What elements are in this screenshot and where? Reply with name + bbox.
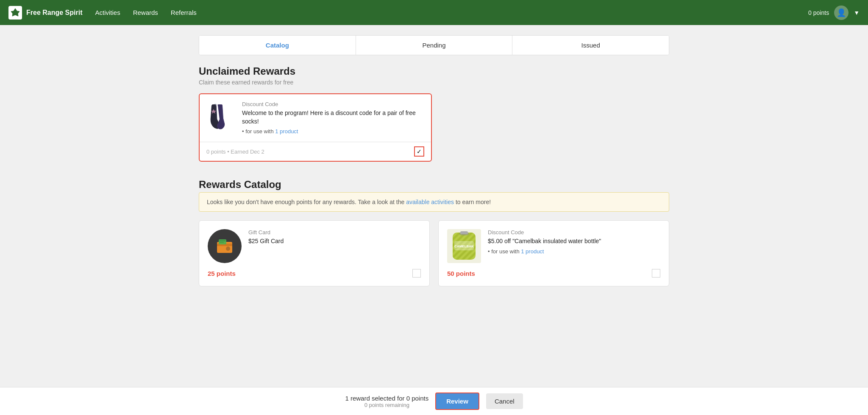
bullet-icon-2: •	[488, 248, 491, 255]
unclaimed-title: Unclaimed Rewards	[199, 65, 669, 77]
tab-bar: Catalog Pending Issued	[199, 35, 669, 55]
gift-card-image	[208, 229, 242, 263]
svg-rect-5	[220, 242, 224, 243]
tab-pending[interactable]: Pending	[356, 36, 513, 55]
gift-name: $25 Gift Card	[248, 237, 421, 246]
footer-bar: 1 reward selected for 0 points 0 points …	[0, 387, 868, 415]
reward-points: 0 points	[206, 149, 226, 155]
camelbak-points: 50 points	[447, 270, 475, 277]
svg-text:CAMELBAK: CAMELBAK	[454, 244, 474, 248]
unclaimed-section: Unclaimed Rewards Claim these earned rew…	[199, 65, 669, 162]
svg-rect-4	[220, 240, 225, 241]
notice-end: to earn more!	[456, 199, 491, 205]
available-activities-link[interactable]: available activities	[406, 199, 454, 205]
tab-issued[interactable]: Issued	[512, 36, 669, 55]
camelbak-usage: • for use with 1 product	[488, 248, 660, 255]
navbar-right: 0 points 👤 ▼	[808, 6, 860, 20]
gift-type: Gift Card	[248, 229, 421, 236]
bullet-icon: •	[242, 128, 245, 135]
usage-link[interactable]: 1 product	[275, 128, 298, 135]
camelbak-image: CAMELBAK	[447, 229, 481, 263]
unclaimed-checkbox[interactable]: ✓	[414, 146, 424, 157]
usage-text: for use with	[245, 128, 273, 135]
footer-remaining: 0 points remaining	[345, 402, 428, 408]
catalog-card-top-camelbak: CAMELBAK Discount Code $5.00 off "Camelb…	[447, 229, 660, 263]
brand-logo	[8, 6, 22, 20]
svg-rect-10	[460, 231, 468, 234]
unclaimed-card-info: Discount Code Welcome to the program! He…	[242, 101, 424, 135]
navbar-links: Activities Rewards Referrals	[95, 9, 808, 16]
unclaimed-card-top: Discount Code Welcome to the program! He…	[200, 94, 431, 142]
review-button[interactable]: Review	[435, 393, 479, 410]
reward-description: Welcome to the program! Here is a discou…	[242, 109, 424, 126]
camelbak-type: Discount Code	[488, 229, 660, 236]
catalog-card-top-gift: Gift Card $25 Gift Card	[208, 229, 421, 263]
reward-type: Discount Code	[242, 101, 424, 107]
catalog-card-bottom-gift: 25 points	[208, 269, 421, 278]
user-avatar[interactable]: 👤	[834, 6, 849, 20]
catalog-notice: Looks like you don't have enough points …	[199, 192, 669, 212]
gift-points: 25 points	[208, 270, 236, 277]
catalog-info-gift: Gift Card $25 Gift Card	[248, 229, 421, 248]
points-display: 0 points	[808, 9, 829, 16]
camelbak-checkbox[interactable]	[652, 269, 660, 278]
main-content: Catalog Pending Issued Unclaimed Rewards…	[190, 35, 678, 329]
earned-date: Earned Dec 2	[231, 149, 264, 155]
footer-summary: 1 reward selected for 0 points	[345, 395, 428, 402]
reward-meta: 0 points • Earned Dec 2	[206, 149, 264, 155]
camelbak-name: $5.00 off "Camelbak insulated water bott…	[488, 237, 660, 246]
unclaimed-subtitle: Claim these earned rewards for free	[199, 79, 669, 86]
catalog-grid: Gift Card $25 Gift Card 25 points	[199, 220, 669, 286]
catalog-card-bottom-camelbak: 50 points	[447, 269, 660, 278]
svg-point-2	[226, 247, 230, 251]
catalog-section: Rewards Catalog Looks like you don't hav…	[199, 179, 669, 286]
footer-info: 1 reward selected for 0 points 0 points …	[345, 395, 428, 408]
reward-image	[206, 101, 236, 135]
notice-text: Looks like you don't have enough points …	[207, 199, 404, 205]
cancel-button[interactable]: Cancel	[486, 393, 523, 409]
catalog-title: Rewards Catalog	[199, 179, 669, 191]
brand-name: Free Range Spirit	[26, 9, 82, 17]
nav-activities[interactable]: Activities	[95, 9, 120, 16]
tab-catalog[interactable]: Catalog	[199, 36, 356, 55]
reward-usage: • for use with 1 product	[242, 128, 424, 135]
nav-rewards[interactable]: Rewards	[133, 9, 158, 16]
brand: Free Range Spirit	[8, 6, 82, 20]
navbar: Free Range Spirit Activities Rewards Ref…	[0, 0, 868, 25]
camelbak-usage-link[interactable]: 1 product	[521, 248, 544, 255]
catalog-card-gift: Gift Card $25 Gift Card 25 points	[199, 220, 430, 286]
chevron-down-icon: ▼	[854, 9, 860, 16]
nav-referrals[interactable]: Referrals	[171, 9, 197, 16]
gift-checkbox[interactable]	[412, 269, 421, 278]
camelbak-usage-text: for use with	[491, 248, 519, 255]
unclaimed-card-bottom: 0 points • Earned Dec 2 ✓	[200, 142, 431, 161]
catalog-card-camelbak: CAMELBAK Discount Code $5.00 off "Camelb…	[438, 220, 669, 286]
catalog-info-camelbak: Discount Code $5.00 off "Camelbak insula…	[488, 229, 660, 255]
unclaimed-reward-card: Discount Code Welcome to the program! He…	[199, 93, 432, 162]
